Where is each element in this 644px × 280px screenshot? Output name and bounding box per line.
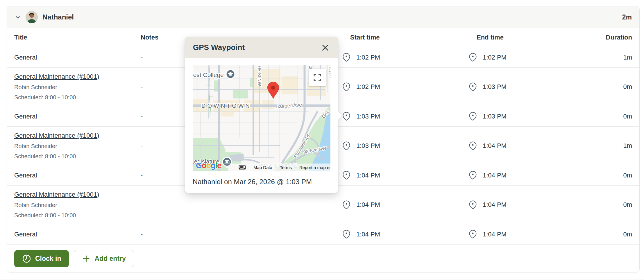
entry-duration: 1m [595, 54, 632, 61]
gps-pin-icon[interactable] [469, 53, 477, 62]
start-time: 1:04 PM [356, 172, 380, 179]
close-icon[interactable] [320, 43, 330, 53]
col-end-time: End time [469, 34, 595, 41]
start-time-cell: 1:03 PM [343, 141, 469, 150]
map-label-downtown: DOWNTOWN [201, 103, 251, 109]
col-title: Title [14, 34, 141, 41]
end-time: 1:02 PM [483, 54, 507, 61]
plus-icon [82, 254, 90, 263]
gps-waypoint-popup: GPS Waypoint [185, 37, 338, 193]
start-time-cell: 1:04 PM [343, 200, 469, 209]
entry-title: General [14, 54, 141, 61]
clock-icon [22, 254, 31, 263]
table-row: General - 1:04 PM 1:04 PM 0m [7, 224, 639, 245]
end-time: 1:04 PM [483, 231, 507, 238]
start-time: 1:04 PM [356, 201, 380, 209]
gps-pin-icon[interactable] [469, 171, 477, 180]
start-time: 1:02 PM [356, 83, 380, 91]
gps-map[interactable]: 105 St NW 100 St NW St NW DOWNTOWN Jaspe… [193, 65, 330, 171]
start-time-cell: 1:02 PM [343, 53, 469, 62]
total-duration: 2m [622, 13, 632, 21]
end-time-cell: 1:03 PM [469, 112, 595, 121]
gps-pin-icon[interactable] [343, 230, 350, 239]
popup-title: GPS Waypoint [193, 43, 245, 52]
start-time: 1:03 PM [356, 142, 380, 150]
waypoint-caption: Nathaniel on Mar 26, 2026 @ 1:03 PM [193, 178, 330, 186]
col-duration: Duration [595, 34, 632, 41]
google-logo[interactable]: Google [196, 161, 221, 170]
report-map-error-link[interactable]: Report a map error [299, 165, 330, 170]
gps-pin-icon[interactable] [469, 141, 477, 150]
gps-pin-icon[interactable] [343, 53, 350, 62]
chevron-down-icon[interactable] [15, 14, 21, 20]
end-time-cell: 1:04 PM [469, 200, 595, 209]
end-time: 1:04 PM [483, 142, 507, 150]
col-start-time: Start time [343, 34, 469, 41]
entry-duration: 0m [595, 113, 632, 120]
start-time: 1:03 PM [356, 113, 380, 120]
entry-title-link[interactable]: General Maintenance (#1001) [14, 132, 141, 139]
clock-in-button[interactable]: Clock in [14, 250, 69, 267]
end-time: 1:03 PM [483, 113, 507, 120]
end-time-cell: 1:04 PM [469, 230, 595, 239]
entry-schedule: Scheduled: 8:00 - 10:00 [14, 212, 141, 219]
entry-title-link[interactable]: General Maintenance (#1001) [14, 191, 141, 198]
entry-duration: 0m [595, 83, 632, 91]
end-time: 1:03 PM [483, 83, 507, 91]
map-data-link[interactable]: Map Data [253, 165, 272, 170]
terms-link[interactable]: Terms [280, 165, 292, 170]
end-time: 1:04 PM [483, 201, 507, 209]
add-entry-button[interactable]: Add entry [74, 250, 134, 267]
map-label-college: uest College [193, 71, 224, 78]
gps-pin-icon[interactable] [343, 82, 350, 91]
start-time: 1:04 PM [356, 231, 380, 238]
entry-title: General [14, 113, 141, 120]
card-footer: Clock in Add entry [7, 245, 639, 272]
entry-title: General [14, 231, 141, 238]
avatar [26, 11, 38, 23]
gps-pin-icon[interactable] [469, 112, 477, 121]
entry-assignee: Robin Schneider [14, 202, 141, 209]
start-time-cell: 1:04 PM [343, 230, 469, 239]
entry-schedule: Scheduled: 8:00 - 10:00 [14, 94, 141, 101]
entry-schedule: Scheduled: 8:00 - 10:00 [14, 153, 141, 160]
end-time-cell: 1:04 PM [469, 141, 595, 150]
gps-pin-icon[interactable] [343, 171, 350, 180]
gps-pin-icon[interactable] [469, 200, 477, 209]
end-time-cell: 1:03 PM [469, 82, 595, 91]
entry-assignee: Robin Schneider [14, 143, 141, 150]
start-time: 1:02 PM [356, 54, 380, 61]
entry-duration: 0m [595, 231, 632, 238]
entry-duration: 1m [595, 142, 632, 150]
employee-name: Nathaniel [42, 13, 74, 21]
fullscreen-icon[interactable] [309, 69, 326, 86]
start-time-cell: 1:03 PM [343, 112, 469, 121]
entry-notes: - [141, 231, 343, 238]
end-time-cell: 1:04 PM [469, 171, 595, 180]
gps-pin-icon[interactable] [343, 112, 350, 121]
gps-pin-icon[interactable] [343, 141, 350, 150]
start-time-cell: 1:04 PM [343, 171, 469, 180]
entry-assignee: Robin Schneider [14, 84, 141, 91]
gps-pin-icon[interactable] [343, 200, 350, 209]
map-label-105-st: 105 St NW [257, 65, 262, 86]
entry-notes: - [141, 201, 343, 209]
keyboard-shortcuts-icon[interactable] [239, 165, 246, 170]
entry-title: General [14, 172, 141, 179]
employee-header[interactable]: Nathaniel 2m [7, 6, 639, 28]
end-time-cell: 1:02 PM [469, 53, 595, 62]
popup-header: GPS Waypoint [185, 37, 338, 58]
start-time-cell: 1:02 PM [343, 82, 469, 91]
entry-duration: 0m [595, 201, 632, 209]
gps-pin-icon[interactable] [469, 82, 477, 91]
entry-duration: 0m [595, 172, 632, 179]
entry-title-link[interactable]: General Maintenance (#1001) [14, 73, 141, 80]
gps-pin-icon[interactable] [469, 230, 477, 239]
end-time: 1:04 PM [483, 172, 507, 179]
map-attribution: Map Data Terms Report a map error [236, 164, 330, 171]
section-divider [0, 279, 644, 279]
